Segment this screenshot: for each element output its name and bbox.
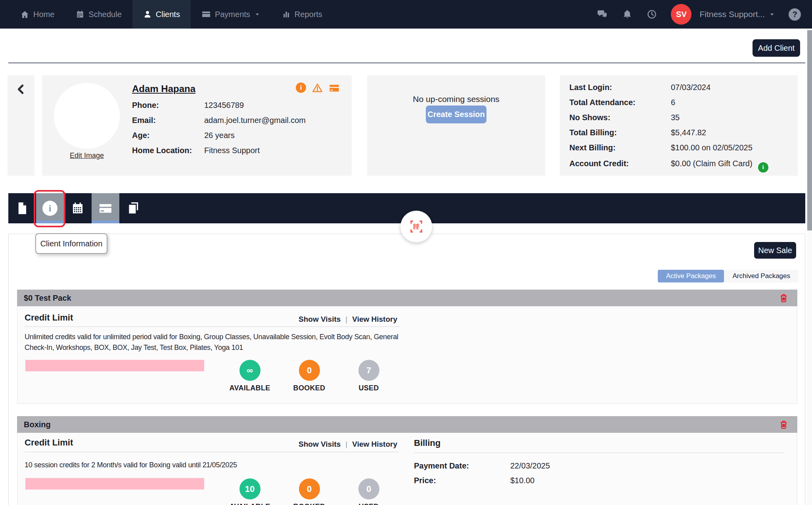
show-visits-link[interactable]: Show Visits [299, 315, 341, 323]
book-icon [126, 202, 140, 215]
section-divider [25, 326, 399, 327]
no-sessions-text: No up-coming sessions [367, 94, 545, 104]
chevron-down-icon [769, 11, 775, 17]
stat-value: $100.00 on 02/05/2025 [671, 143, 753, 152]
account-name: Fitness Support... [699, 10, 765, 19]
stat-row: Total Billing:$5,447.82 [569, 128, 706, 137]
package-title: $0 Test Pack [24, 294, 71, 303]
field-label: Email: [132, 116, 204, 125]
package-card: Boxing Credit Limit Show Visits|View His… [17, 416, 797, 505]
view-history-link[interactable]: View History [352, 315, 397, 323]
tab-schedule[interactable] [64, 193, 92, 223]
account-credit-info-icon[interactable]: i [758, 162, 768, 173]
view-history-link[interactable]: View History [352, 440, 397, 448]
barcode-scan-button[interactable] [400, 211, 432, 242]
booked-count: 0 [299, 360, 320, 381]
nav-schedule-label: Schedule [88, 10, 121, 19]
stat-value: $5,447.82 [671, 128, 706, 137]
show-visits-link[interactable]: Show Visits [299, 440, 341, 448]
field-value: adam.joel.turner@gmail.com [204, 116, 306, 125]
tab-tooltip: Client Information [35, 233, 107, 254]
used-label: USED [347, 384, 391, 392]
section-divider [25, 452, 399, 452]
billing-row: Payment Date:22/03/2025 [414, 461, 550, 470]
account-menu[interactable]: Fitness Support... [699, 10, 775, 19]
nav-schedule[interactable]: Schedule [65, 0, 132, 29]
help-icon[interactable]: ? [789, 8, 801, 21]
billing-value: $10.00 [510, 476, 534, 485]
section-divider [414, 453, 784, 453]
credit-counters: 10 AVAILABLE 0 BOOKED 0 USED [228, 478, 391, 505]
bar-chart-icon [282, 10, 291, 19]
links-separator: | [345, 440, 347, 448]
tab-notes[interactable] [119, 193, 147, 223]
nav-reports[interactable]: Reports [271, 0, 333, 29]
stat-row: Next Billing:$100.00 on 02/05/2025 [569, 143, 753, 152]
person-icon [143, 10, 152, 19]
package-links: Show Visits|View History [25, 440, 397, 449]
avatar[interactable]: SV [671, 4, 691, 25]
available-count: 10 [239, 478, 260, 499]
nav-clients-label: Clients [156, 10, 180, 19]
back-chevron-icon [15, 83, 27, 176]
client-field-row: Age:26 years [132, 131, 235, 140]
stat-label: Total Billing: [569, 128, 671, 137]
notifications-bell-icon[interactable] [622, 9, 633, 20]
package-links: Show Visits|View History [25, 315, 397, 324]
nav-home[interactable]: Home [10, 0, 65, 29]
billing-row: Price:$10.00 [414, 476, 534, 485]
edit-image-link[interactable]: Edit Image [54, 152, 120, 160]
available-counter: 10 AVAILABLE [228, 478, 272, 505]
stat-label: Total Attendance: [569, 98, 671, 107]
warning-icon[interactable] [312, 83, 323, 94]
package-header: $0 Test Pack [17, 290, 797, 306]
field-value: Fitness Support [204, 146, 260, 155]
stat-row: Last Login:07/03/2024 [569, 83, 710, 92]
stat-row: Total Attendance:6 [569, 98, 675, 107]
package-title: Boxing [24, 420, 51, 429]
history-clock-icon[interactable] [646, 9, 657, 20]
billing-label: Price: [414, 476, 510, 485]
tab-payments[interactable] [92, 193, 119, 223]
booked-counter: 0 BOOKED [287, 360, 331, 392]
stat-value: $0.00 (Claim Gift Card) [671, 159, 753, 168]
scrollbar-thumb[interactable] [807, 30, 812, 230]
chevron-down-icon [254, 11, 260, 17]
stat-label: Account Credit: [569, 159, 671, 168]
booked-counter: 0 BOOKED [287, 478, 331, 505]
package-header: Boxing [17, 416, 797, 433]
billing-value: 22/03/2025 [510, 461, 550, 470]
nav-home-label: Home [33, 10, 54, 19]
booked-count: 0 [299, 478, 320, 499]
header-divider [8, 62, 805, 63]
client-info-icon[interactable]: i [296, 83, 306, 93]
client-field-row: Home Location:Fitness Support [132, 146, 260, 155]
tab-client-information[interactable]: i [36, 193, 64, 223]
page-scrollbar [807, 29, 812, 505]
create-session-button[interactable]: Create Session [426, 106, 486, 123]
main-nav: Home Schedule Clients Payments Reports [0, 0, 333, 29]
stat-value: 35 [671, 113, 680, 122]
nav-clients[interactable]: Clients [132, 0, 191, 29]
delete-package-button[interactable] [779, 420, 789, 430]
upcoming-sessions-card: No up-coming sessions Create Session [367, 75, 545, 176]
calendar-icon [71, 202, 84, 215]
archived-packages-toggle[interactable]: Archived Packages [724, 270, 799, 282]
package-body: Credit Limit Show Visits|View History Un… [17, 306, 797, 404]
nav-payments-label: Payments [215, 10, 250, 19]
tab-documents[interactable] [8, 193, 36, 223]
stat-row: No Shows:35 [569, 113, 680, 122]
chat-icon[interactable] [596, 8, 608, 20]
payment-card-icon[interactable] [329, 83, 340, 94]
nav-utilities: SV Fitness Support... ? [596, 0, 812, 29]
client-name-link[interactable]: Adam Hapana [132, 83, 195, 94]
active-packages-toggle[interactable]: Active Packages [658, 270, 724, 282]
back-button[interactable] [8, 75, 34, 176]
credit-card-icon [98, 201, 113, 215]
credit-counters: ∞ AVAILABLE 0 BOOKED 7 USED [228, 360, 391, 392]
new-sale-button[interactable]: New Sale [754, 242, 796, 259]
delete-package-button[interactable] [779, 293, 789, 303]
add-client-button[interactable]: Add Client [753, 39, 800, 57]
available-label: AVAILABLE [228, 503, 272, 505]
nav-payments[interactable]: Payments [191, 0, 271, 29]
